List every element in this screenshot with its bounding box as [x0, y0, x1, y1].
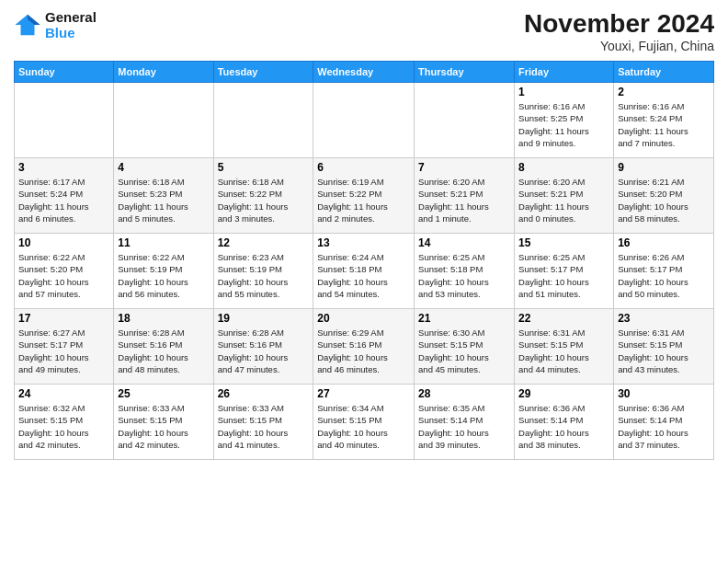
- calendar-cell: 21Sunrise: 6:30 AM Sunset: 5:15 PM Dayli…: [415, 309, 515, 385]
- day-number: 4: [118, 161, 209, 174]
- day-number: 5: [218, 161, 310, 174]
- calendar-cell: 16Sunrise: 6:26 AM Sunset: 5:17 PM Dayli…: [614, 234, 714, 309]
- calendar-cell: 29Sunrise: 6:36 AM Sunset: 5:14 PM Dayli…: [515, 385, 614, 460]
- day-info: Sunrise: 6:36 AM Sunset: 5:14 PM Dayligh…: [518, 402, 609, 451]
- calendar-cell: 15Sunrise: 6:25 AM Sunset: 5:17 PM Dayli…: [515, 234, 614, 309]
- day-info: Sunrise: 6:34 AM Sunset: 5:15 PM Dayligh…: [317, 402, 410, 451]
- calendar-cell: 28Sunrise: 6:35 AM Sunset: 5:14 PM Dayli…: [415, 385, 515, 460]
- day-info: Sunrise: 6:18 AM Sunset: 5:22 PM Dayligh…: [218, 176, 310, 224]
- calendar-cell: 17Sunrise: 6:27 AM Sunset: 5:17 PM Dayli…: [15, 309, 114, 385]
- calendar-cell: 8Sunrise: 6:20 AM Sunset: 5:21 PM Daylig…: [515, 158, 614, 234]
- day-info: Sunrise: 6:29 AM Sunset: 5:16 PM Dayligh…: [317, 327, 410, 375]
- day-number: 28: [418, 387, 510, 400]
- day-info: Sunrise: 6:27 AM Sunset: 5:17 PM Dayligh…: [18, 327, 109, 375]
- day-number: 3: [18, 161, 109, 174]
- header-tuesday: Tuesday: [213, 62, 313, 83]
- calendar-cell: [114, 83, 213, 158]
- calendar-cell: 14Sunrise: 6:25 AM Sunset: 5:18 PM Dayli…: [415, 234, 515, 309]
- calendar-cell: 7Sunrise: 6:20 AM Sunset: 5:21 PM Daylig…: [415, 158, 515, 234]
- day-info: Sunrise: 6:35 AM Sunset: 5:14 PM Dayligh…: [418, 402, 510, 451]
- day-info: Sunrise: 6:22 AM Sunset: 5:20 PM Dayligh…: [18, 251, 109, 300]
- calendar-cell: 26Sunrise: 6:33 AM Sunset: 5:15 PM Dayli…: [213, 385, 313, 460]
- calendar-cell: 10Sunrise: 6:22 AM Sunset: 5:20 PM Dayli…: [15, 234, 114, 309]
- header-monday: Monday: [114, 62, 213, 83]
- day-number: 18: [118, 312, 209, 325]
- day-number: 17: [18, 312, 109, 325]
- day-info: Sunrise: 6:33 AM Sunset: 5:15 PM Dayligh…: [118, 402, 209, 451]
- day-number: 8: [518, 161, 609, 174]
- header-saturday: Saturday: [614, 62, 714, 83]
- location: Youxi, Fujian, China: [524, 39, 714, 53]
- calendar-cell: 5Sunrise: 6:18 AM Sunset: 5:22 PM Daylig…: [213, 158, 313, 234]
- calendar-cell: 18Sunrise: 6:28 AM Sunset: 5:16 PM Dayli…: [114, 309, 213, 385]
- calendar-cell: 20Sunrise: 6:29 AM Sunset: 5:16 PM Dayli…: [313, 309, 415, 385]
- day-info: Sunrise: 6:19 AM Sunset: 5:22 PM Dayligh…: [317, 176, 410, 224]
- calendar-week-1: 1Sunrise: 6:16 AM Sunset: 5:25 PM Daylig…: [15, 83, 714, 158]
- calendar-week-3: 10Sunrise: 6:22 AM Sunset: 5:20 PM Dayli…: [15, 234, 714, 309]
- day-number: 16: [618, 236, 710, 249]
- day-info: Sunrise: 6:25 AM Sunset: 5:17 PM Dayligh…: [518, 251, 609, 300]
- day-info: Sunrise: 6:20 AM Sunset: 5:21 PM Dayligh…: [418, 176, 510, 224]
- day-number: 24: [18, 387, 109, 400]
- day-number: 6: [317, 161, 410, 174]
- calendar-cell: [15, 83, 114, 158]
- day-info: Sunrise: 6:26 AM Sunset: 5:17 PM Dayligh…: [618, 251, 710, 300]
- day-info: Sunrise: 6:30 AM Sunset: 5:15 PM Dayligh…: [418, 327, 510, 375]
- day-info: Sunrise: 6:36 AM Sunset: 5:14 PM Dayligh…: [618, 402, 710, 451]
- day-number: 23: [618, 312, 710, 325]
- calendar-week-4: 17Sunrise: 6:27 AM Sunset: 5:17 PM Dayli…: [15, 309, 714, 385]
- day-number: 21: [418, 312, 510, 325]
- calendar-cell: 30Sunrise: 6:36 AM Sunset: 5:14 PM Dayli…: [614, 385, 714, 460]
- calendar: Sunday Monday Tuesday Wednesday Thursday…: [14, 61, 714, 460]
- title-area: November 2024 Youxi, Fujian, China: [524, 9, 714, 53]
- day-info: Sunrise: 6:28 AM Sunset: 5:16 PM Dayligh…: [118, 327, 209, 375]
- calendar-cell: 9Sunrise: 6:21 AM Sunset: 5:20 PM Daylig…: [614, 158, 714, 234]
- calendar-cell: 22Sunrise: 6:31 AM Sunset: 5:15 PM Dayli…: [515, 309, 614, 385]
- month-title: November 2024: [524, 9, 714, 39]
- day-info: Sunrise: 6:31 AM Sunset: 5:15 PM Dayligh…: [618, 327, 710, 375]
- day-info: Sunrise: 6:18 AM Sunset: 5:23 PM Dayligh…: [118, 176, 209, 224]
- day-number: 25: [118, 387, 209, 400]
- day-info: Sunrise: 6:16 AM Sunset: 5:25 PM Dayligh…: [518, 100, 609, 149]
- day-number: 1: [518, 86, 609, 98]
- day-info: Sunrise: 6:33 AM Sunset: 5:15 PM Dayligh…: [218, 402, 310, 451]
- calendar-cell: 13Sunrise: 6:24 AM Sunset: 5:18 PM Dayli…: [313, 234, 415, 309]
- day-number: 14: [418, 236, 510, 249]
- calendar-cell: 19Sunrise: 6:28 AM Sunset: 5:16 PM Dayli…: [213, 309, 313, 385]
- page-container: General Blue November 2024 Youxi, Fujian…: [0, 0, 728, 469]
- day-number: 12: [218, 236, 310, 249]
- calendar-cell: 12Sunrise: 6:23 AM Sunset: 5:19 PM Dayli…: [213, 234, 313, 309]
- calendar-week-2: 3Sunrise: 6:17 AM Sunset: 5:24 PM Daylig…: [15, 158, 714, 234]
- day-info: Sunrise: 6:20 AM Sunset: 5:21 PM Dayligh…: [518, 176, 609, 224]
- calendar-cell: 6Sunrise: 6:19 AM Sunset: 5:22 PM Daylig…: [313, 158, 415, 234]
- calendar-cell: [415, 83, 515, 158]
- calendar-header-row: Sunday Monday Tuesday Wednesday Thursday…: [15, 62, 714, 83]
- calendar-cell: [313, 83, 415, 158]
- calendar-cell: 2Sunrise: 6:16 AM Sunset: 5:24 PM Daylig…: [614, 83, 714, 158]
- day-info: Sunrise: 6:32 AM Sunset: 5:15 PM Dayligh…: [18, 402, 109, 451]
- day-number: 19: [218, 312, 310, 325]
- calendar-cell: [213, 83, 313, 158]
- day-number: 10: [18, 236, 109, 249]
- calendar-week-5: 24Sunrise: 6:32 AM Sunset: 5:15 PM Dayli…: [15, 385, 714, 460]
- header: General Blue November 2024 Youxi, Fujian…: [14, 9, 714, 53]
- logo: General Blue: [14, 9, 97, 40]
- day-number: 7: [418, 161, 510, 174]
- header-sunday: Sunday: [15, 62, 114, 83]
- day-info: Sunrise: 6:16 AM Sunset: 5:24 PM Dayligh…: [618, 100, 710, 149]
- logo-text: General Blue: [45, 9, 97, 40]
- header-wednesday: Wednesday: [313, 62, 415, 83]
- header-friday: Friday: [515, 62, 614, 83]
- calendar-cell: 23Sunrise: 6:31 AM Sunset: 5:15 PM Dayli…: [614, 309, 714, 385]
- calendar-cell: 4Sunrise: 6:18 AM Sunset: 5:23 PM Daylig…: [114, 158, 213, 234]
- day-number: 15: [518, 236, 609, 249]
- day-number: 26: [218, 387, 310, 400]
- calendar-cell: 27Sunrise: 6:34 AM Sunset: 5:15 PM Dayli…: [313, 385, 415, 460]
- day-info: Sunrise: 6:22 AM Sunset: 5:19 PM Dayligh…: [118, 251, 209, 300]
- day-info: Sunrise: 6:24 AM Sunset: 5:18 PM Dayligh…: [317, 251, 410, 300]
- calendar-cell: 3Sunrise: 6:17 AM Sunset: 5:24 PM Daylig…: [15, 158, 114, 234]
- calendar-cell: 11Sunrise: 6:22 AM Sunset: 5:19 PM Dayli…: [114, 234, 213, 309]
- day-info: Sunrise: 6:21 AM Sunset: 5:20 PM Dayligh…: [618, 176, 710, 224]
- day-number: 13: [317, 236, 410, 249]
- calendar-cell: 25Sunrise: 6:33 AM Sunset: 5:15 PM Dayli…: [114, 385, 213, 460]
